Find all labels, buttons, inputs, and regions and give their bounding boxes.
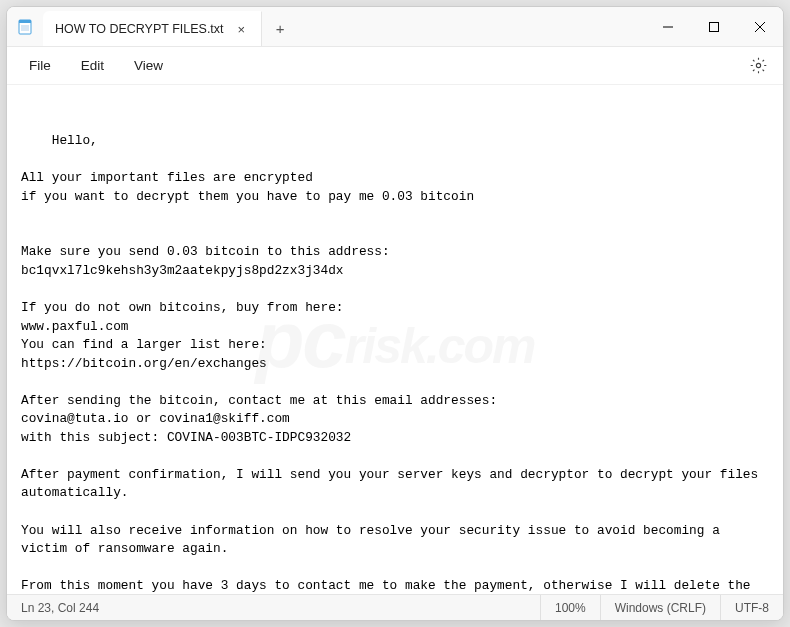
menu-edit[interactable]: Edit [69,52,116,79]
menu-file[interactable]: File [17,52,63,79]
document-text: Hello, All your important files are encr… [21,133,766,594]
notepad-icon [7,7,43,46]
tab-title: HOW TO DECRYPT FILES.txt [55,22,224,36]
status-zoom[interactable]: 100% [540,595,600,620]
svg-rect-6 [710,22,719,31]
new-tab-button[interactable]: + [262,11,298,46]
svg-point-9 [756,63,760,67]
titlebar-drag-area[interactable] [298,7,645,46]
maximize-button[interactable] [691,7,737,46]
text-editor-area[interactable]: pcrisk.com Hello, All your important fil… [7,85,783,594]
titlebar: HOW TO DECRYPT FILES.txt × + [7,7,783,47]
status-position: Ln 23, Col 244 [7,595,113,620]
statusbar: Ln 23, Col 244 100% Windows (CRLF) UTF-8 [7,594,783,620]
close-tab-button[interactable]: × [234,20,250,39]
window-controls [645,7,783,46]
file-tab[interactable]: HOW TO DECRYPT FILES.txt × [43,11,262,46]
watermark: pcrisk.com [255,282,534,398]
menu-view[interactable]: View [122,52,175,79]
minimize-button[interactable] [645,7,691,46]
menubar: File Edit View [7,47,783,85]
notepad-window: HOW TO DECRYPT FILES.txt × + File Edit V… [6,6,784,621]
settings-button[interactable] [743,51,773,81]
status-line-ending[interactable]: Windows (CRLF) [600,595,720,620]
svg-rect-1 [19,20,31,23]
close-button[interactable] [737,7,783,46]
status-encoding[interactable]: UTF-8 [720,595,783,620]
